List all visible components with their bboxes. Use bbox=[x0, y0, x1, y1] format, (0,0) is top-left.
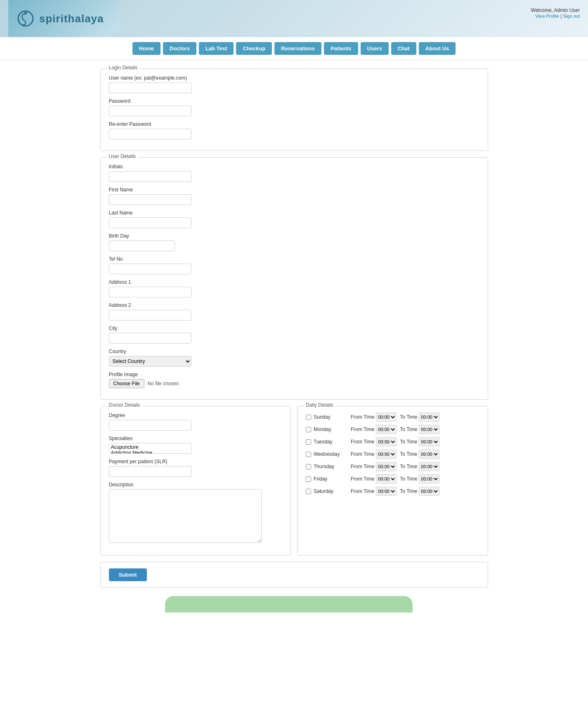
last-name-label: Last Name bbox=[109, 210, 479, 216]
username-group: User name (ex: pat@example.com) bbox=[109, 75, 479, 93]
nav-item-users[interactable]: Users bbox=[361, 42, 389, 55]
address2-input[interactable] bbox=[109, 310, 191, 321]
user-details-section: User Details Initials First Name Last Na… bbox=[100, 157, 488, 400]
initials-group: Initials bbox=[109, 164, 479, 182]
first-name-input[interactable] bbox=[109, 194, 191, 205]
nav-item-lab-test[interactable]: Lab Test bbox=[199, 42, 234, 55]
day-checkbox-thursday[interactable] bbox=[306, 464, 311, 469]
from-time-select-friday[interactable]: 00:0001:0002:0003:0004:0005:0006:0007:00… bbox=[376, 474, 397, 483]
from-time-select-thursday[interactable]: 00:0001:0002:0003:0004:0005:0006:0007:00… bbox=[376, 462, 397, 471]
choose-file-button[interactable]: Choose File bbox=[109, 379, 144, 388]
initials-input[interactable] bbox=[109, 171, 191, 182]
doctor-details-legend: Doctor Details bbox=[107, 402, 142, 408]
nav-item-chat[interactable]: Chat bbox=[391, 42, 416, 55]
day-checkbox-friday[interactable] bbox=[306, 476, 311, 482]
nav-item-checkup[interactable]: Checkup bbox=[236, 42, 272, 55]
degree-input[interactable] bbox=[109, 420, 191, 431]
profile-image-group: Profile Image Choose File No file chosen bbox=[109, 372, 479, 388]
from-time-select-saturday[interactable]: 00:0001:0002:0003:0004:0005:0006:0007:00… bbox=[376, 487, 397, 496]
birthday-label: Birth Day bbox=[109, 233, 479, 239]
password-input[interactable] bbox=[109, 106, 191, 116]
doctor-details-section: Doctor Details Degree Specialties Acupun… bbox=[100, 406, 291, 556]
from-time-select-monday[interactable]: 00:0001:0002:0003:0004:0005:0006:0007:00… bbox=[376, 425, 397, 434]
to-time-select-sunday[interactable]: 00:0001:0002:0003:0004:0005:0006:0007:00… bbox=[419, 412, 439, 422]
nav-item-patients[interactable]: Patients bbox=[324, 42, 358, 55]
to-time-select-tuesday[interactable]: 00:0001:0002:0003:0004:0005:0006:0007:00… bbox=[419, 437, 439, 446]
day-label-thursday: Thursday bbox=[314, 464, 351, 469]
from-time-select-sunday[interactable]: 00:0001:0002:0003:0004:0005:0006:0007:00… bbox=[376, 412, 397, 422]
address2-group: Address 2 bbox=[109, 302, 479, 321]
day-checkbox-monday[interactable] bbox=[306, 427, 311, 432]
to-time-select-saturday[interactable]: 00:0001:0002:0003:0004:0005:0006:0007:00… bbox=[419, 487, 439, 496]
city-group: City bbox=[109, 325, 479, 344]
tel-no-input[interactable] bbox=[109, 264, 191, 274]
to-time-select-wednesday[interactable]: 00:0001:0002:0003:0004:0005:0006:0007:00… bbox=[419, 450, 439, 459]
country-group: Country Select Country bbox=[109, 349, 479, 367]
last-name-group: Last Name bbox=[109, 210, 479, 228]
city-input[interactable] bbox=[109, 333, 191, 344]
first-name-group: First Name bbox=[109, 187, 479, 205]
welcome-text: Welcome, Admin User bbox=[531, 7, 580, 13]
address1-group: Address 1 bbox=[109, 279, 479, 297]
address1-input[interactable] bbox=[109, 287, 191, 297]
specialties-group: Specialties AcupunctureAddiction Medicin… bbox=[109, 436, 283, 454]
password-group: Password bbox=[109, 98, 479, 116]
file-input-wrapper: Choose File No file chosen bbox=[109, 379, 479, 388]
day-row-monday: MondayFrom Time00:0001:0002:0003:0004:00… bbox=[306, 425, 479, 434]
from-time-select-tuesday[interactable]: 00:0001:0002:0003:0004:0005:0006:0007:00… bbox=[376, 437, 397, 446]
last-name-input[interactable] bbox=[109, 217, 191, 228]
view-profile-link[interactable]: View Profile bbox=[535, 14, 559, 19]
day-label-tuesday: Tuesday bbox=[314, 439, 351, 445]
from-time-select-wednesday[interactable]: 00:0001:0002:0003:0004:0005:0006:0007:00… bbox=[376, 450, 397, 459]
daily-details-section: Daily Details SundayFrom Time00:0001:000… bbox=[297, 406, 488, 556]
payment-group: Payment per patient (SLR) bbox=[109, 459, 283, 477]
description-textarea[interactable] bbox=[109, 489, 262, 543]
submit-section: Submit bbox=[100, 562, 488, 588]
nav-bar: HomeDoctorsLab TestCheckupReservationsPa… bbox=[0, 37, 588, 60]
reenter-password-label: Re-enter Password bbox=[109, 121, 479, 127]
city-label: City bbox=[109, 325, 479, 331]
day-row-friday: FridayFrom Time00:0001:0002:0003:0004:00… bbox=[306, 474, 479, 483]
degree-label: Degree bbox=[109, 412, 283, 418]
password-label: Password bbox=[109, 98, 479, 104]
reenter-password-input[interactable] bbox=[109, 129, 191, 139]
to-time-select-thursday[interactable]: 00:0001:0002:0003:0004:0005:0006:0007:00… bbox=[419, 462, 439, 471]
to-time-select-monday[interactable]: 00:0001:0002:0003:0004:0005:0006:0007:00… bbox=[419, 425, 439, 434]
day-checkbox-sunday[interactable] bbox=[306, 415, 311, 420]
submit-button[interactable]: Submit bbox=[109, 568, 147, 581]
nav-item-doctors[interactable]: Doctors bbox=[163, 42, 196, 55]
country-label: Country bbox=[109, 349, 479, 354]
day-checkbox-wednesday[interactable] bbox=[306, 452, 311, 457]
specialties-listbox[interactable]: AcupunctureAddiction MedicineAdolescent … bbox=[109, 443, 191, 454]
logo-area: spirithalaya bbox=[8, 0, 120, 37]
svg-point-1 bbox=[24, 12, 27, 14]
user-details-legend: User Details bbox=[107, 153, 138, 159]
daily-details-legend: Daily Details bbox=[304, 402, 335, 408]
login-details-legend: Login Details bbox=[107, 65, 139, 71]
payment-input[interactable] bbox=[109, 466, 191, 477]
nav-item-reservations[interactable]: Reservations bbox=[274, 42, 321, 55]
main-content: Login Details User name (ex: pat@example… bbox=[96, 68, 492, 588]
footer-decoration bbox=[165, 596, 413, 613]
birthday-input[interactable] bbox=[109, 240, 175, 251]
day-label-saturday: Saturday bbox=[314, 488, 351, 494]
login-details-section: Login Details User name (ex: pat@example… bbox=[100, 68, 488, 151]
specialties-label: Specialties bbox=[109, 436, 283, 441]
header: spirithalaya Welcome, Admin User View Pr… bbox=[0, 0, 588, 37]
day-row-saturday: SaturdayFrom Time00:0001:0002:0003:0004:… bbox=[306, 487, 479, 496]
day-checkbox-saturday[interactable] bbox=[306, 489, 311, 494]
day-label-wednesday: Wednesday bbox=[314, 451, 351, 457]
description-group: Description bbox=[109, 482, 283, 544]
days-container: SundayFrom Time00:0001:0002:0003:0004:00… bbox=[306, 412, 479, 496]
nav-item-home[interactable]: Home bbox=[132, 42, 161, 55]
sign-out-link[interactable]: Sign out bbox=[563, 14, 580, 19]
to-time-select-friday[interactable]: 00:0001:0002:0003:0004:0005:0006:0007:00… bbox=[419, 474, 439, 483]
nav-item-about-us[interactable]: About Us bbox=[419, 42, 456, 55]
day-label-monday: Monday bbox=[314, 427, 351, 432]
country-select[interactable]: Select Country bbox=[109, 356, 191, 367]
username-input[interactable] bbox=[109, 82, 191, 93]
day-checkbox-tuesday[interactable] bbox=[306, 439, 311, 445]
day-row-thursday: ThursdayFrom Time00:0001:0002:0003:0004:… bbox=[306, 462, 479, 471]
day-row-wednesday: WednesdayFrom Time00:0001:0002:0003:0004… bbox=[306, 450, 479, 459]
no-file-text: No file chosen bbox=[148, 381, 179, 386]
